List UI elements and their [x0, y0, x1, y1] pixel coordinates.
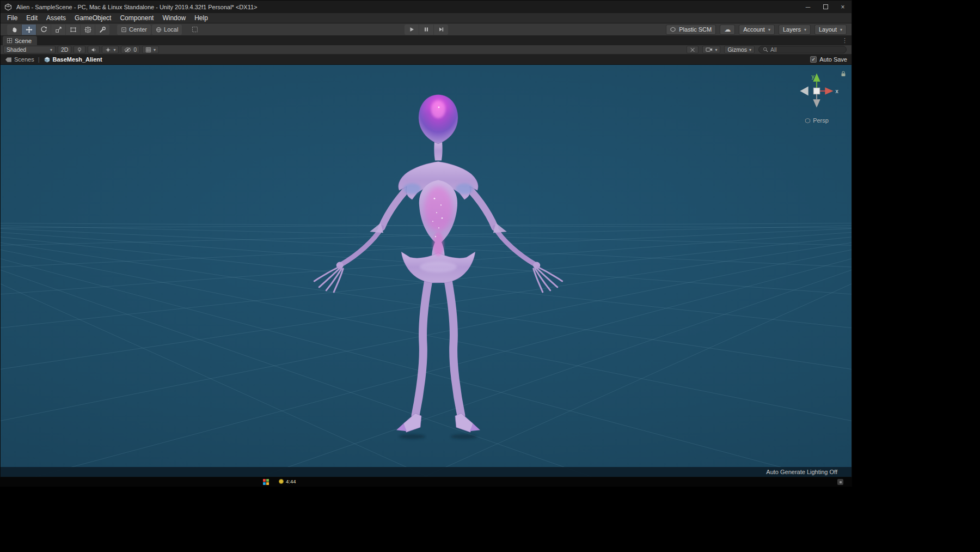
menu-assets[interactable]: Assets — [42, 13, 70, 23]
rotate-tool-button[interactable] — [36, 25, 51, 35]
pivot-center-label: Center — [129, 26, 147, 33]
scene-tools-button[interactable] — [687, 46, 699, 53]
transform-tool-button[interactable] — [81, 25, 95, 35]
account-dropdown[interactable]: Account ▾ — [739, 25, 775, 35]
globe-icon — [156, 27, 162, 33]
maximize-button[interactable] — [817, 1, 834, 13]
pivot-local-button[interactable]: Local — [152, 25, 182, 35]
lighting-status-text[interactable]: Auto Generate Lighting Off — [766, 469, 837, 475]
draw-mode-label: Shaded — [7, 46, 26, 53]
hidden-objects-button[interactable]: 0 — [121, 46, 140, 53]
breadcrumb-scenes[interactable]: Scenes — [5, 56, 34, 63]
menu-edit[interactable]: Edit — [22, 13, 42, 23]
lighting-status-bar: Auto Generate Lighting Off — [1, 467, 852, 477]
gizmos-dropdown[interactable]: Gizmos ▾ — [724, 46, 755, 53]
toolbar-right: Plastic SCM ☁ Account ▾ Layers ▾ Layout … — [666, 25, 847, 35]
rect-icon — [70, 26, 77, 33]
unity-window: Alien - SampleScene - PC, Mac & Linux St… — [0, 0, 852, 477]
menu-gameobject[interactable]: GameObject — [70, 13, 115, 23]
step-icon — [438, 26, 444, 33]
menu-component[interactable]: Component — [115, 13, 158, 23]
main-toolbar: Center Local — [1, 23, 852, 36]
pivot-center-button[interactable]: Center — [117, 25, 151, 35]
breadcrumb-separator: | — [38, 56, 40, 63]
persp-label: Persp — [813, 117, 829, 124]
scene-camera-dropdown[interactable]: ▾ — [702, 46, 720, 53]
breadcrumb-current[interactable]: BaseMesh_Alient — [44, 56, 102, 63]
close-icon: × — [841, 3, 844, 11]
taskbar-app-icon[interactable] — [263, 479, 269, 485]
layers-dropdown[interactable]: Layers ▾ — [779, 25, 811, 35]
play-button[interactable] — [405, 25, 419, 35]
toggle-2d-button[interactable]: 2D — [58, 46, 71, 53]
chevron-down-icon: ▾ — [50, 47, 52, 52]
plastic-scm-icon — [670, 27, 676, 32]
scene-viewport[interactable]: y x Persp Auto Generate Lighting Off — [1, 65, 852, 477]
scene-search-input[interactable]: All — [758, 46, 847, 53]
alien-model[interactable] — [314, 95, 562, 439]
cloud-icon: ☁ — [724, 26, 731, 33]
scene-search-filter: All — [770, 46, 777, 53]
scene-grid-dropdown[interactable]: ▾ — [142, 46, 159, 53]
tab-menu-icon[interactable]: ⋮ — [842, 37, 848, 44]
auto-save-control: ✓ Auto Save — [810, 56, 847, 63]
hand-icon — [11, 26, 18, 33]
step-button[interactable] — [434, 25, 448, 35]
scene-lighting-button[interactable] — [74, 46, 85, 53]
taskbar-tray-icon[interactable] — [837, 479, 843, 485]
rect-tool-button[interactable] — [66, 25, 80, 35]
hidden-count: 0 — [133, 47, 137, 53]
minimize-button[interactable]: ─ — [799, 1, 817, 13]
scale-tool-button[interactable] — [51, 25, 65, 35]
scene-audio-button[interactable] — [88, 46, 100, 53]
search-icon — [763, 47, 768, 52]
padlock-icon[interactable] — [841, 70, 846, 77]
scene-canvas[interactable] — [1, 65, 852, 477]
hand-tool-button[interactable] — [7, 25, 21, 35]
axis-x-cone[interactable] — [825, 87, 833, 94]
wrench-icon — [99, 26, 106, 33]
axis-center-cube[interactable] — [813, 88, 819, 94]
play-controls — [405, 25, 448, 35]
chevron-down-icon: ▾ — [749, 47, 751, 52]
projection-toggle[interactable]: Persp — [791, 117, 843, 124]
scale-icon — [55, 26, 62, 33]
persp-icon — [805, 118, 811, 124]
close-button[interactable]: × — [834, 1, 852, 13]
transform-icon — [84, 26, 91, 33]
grid-icon — [145, 47, 151, 53]
auto-save-checkbox[interactable]: ✓ — [810, 56, 817, 63]
chevron-down-icon: ▾ — [804, 27, 806, 32]
menu-help[interactable]: Help — [190, 13, 212, 23]
move-tool-button[interactable] — [22, 25, 36, 35]
plastic-scm-button[interactable]: Plastic SCM — [666, 25, 716, 35]
move-icon — [26, 26, 33, 33]
breadcrumb-scenes-label: Scenes — [14, 56, 34, 63]
tab-scene[interactable]: Scene — [3, 36, 37, 45]
menu-file[interactable]: File — [3, 13, 22, 23]
coin-icon — [279, 479, 284, 484]
axis-x-label: x — [835, 88, 838, 94]
gizmos-label: Gizmos — [727, 46, 747, 53]
axis-gizmo[interactable]: y x — [792, 67, 842, 115]
cloud-button[interactable]: ☁ — [720, 25, 735, 35]
maximize-icon — [823, 4, 828, 9]
menu-window[interactable]: Window — [158, 13, 190, 23]
grid-snap-icon — [192, 26, 198, 33]
scene-tab-icon — [7, 38, 13, 44]
pause-icon — [423, 26, 430, 33]
check-icon: ✓ — [811, 57, 816, 62]
speaker-icon — [91, 47, 96, 53]
pause-button[interactable] — [419, 25, 433, 35]
draw-mode-dropdown[interactable]: Shaded ▾ — [3, 46, 56, 53]
axis-neg-cone[interactable] — [800, 86, 808, 95]
chevron-down-icon: ▾ — [840, 27, 842, 32]
axis-down-cone[interactable] — [813, 99, 820, 107]
taskbar-badge-text: 4:44 — [286, 478, 296, 484]
grid-snap-button[interactable] — [188, 25, 201, 35]
custom-tool-button[interactable] — [95, 25, 109, 35]
layout-dropdown[interactable]: Layout ▾ — [814, 25, 847, 35]
taskbar-badge[interactable]: 4:44 — [279, 478, 296, 484]
scene-effects-dropdown[interactable]: ▾ — [102, 46, 119, 53]
menu-bar: File Edit Assets GameObject Component Wi… — [1, 13, 852, 23]
